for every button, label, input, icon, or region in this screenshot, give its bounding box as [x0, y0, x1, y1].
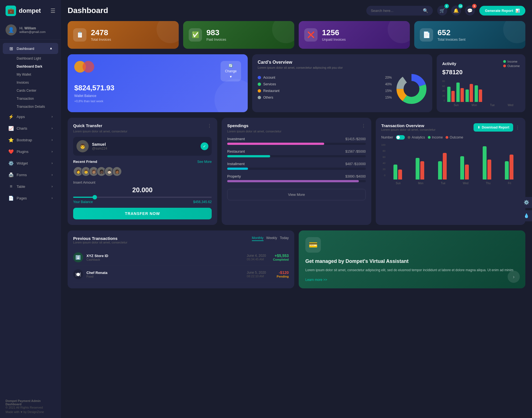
big-label-tue: Tue	[441, 182, 446, 185]
change-button[interactable]: 🔄 Change ▼	[221, 61, 241, 81]
sub-item-transaction-details[interactable]: Transaction Details	[14, 103, 61, 111]
view-more-label: View More	[288, 193, 305, 197]
right-panel-theme-button[interactable]: 💧	[521, 210, 532, 221]
sidebar-item-apps[interactable]: ⚡ Apps ›	[3, 111, 58, 122]
balance-row: Your Balance $456,345.62	[73, 200, 212, 204]
sub-item-transaction[interactable]: Transaction	[14, 95, 61, 102]
bar-chart	[447, 80, 520, 102]
spendings-menu-icon[interactable]: ⋮	[361, 123, 366, 129]
table-icon: ≡	[8, 184, 14, 189]
va-description: Lorem ipsum dolor sit amet, consectetur …	[305, 268, 519, 273]
spending-restaurant-amount: $1567 /$5000	[346, 150, 366, 153]
sub-item-invoices[interactable]: Invoices	[14, 79, 61, 86]
activity-amount: $78120	[442, 69, 520, 76]
sidebar-logo-area: 💼 dompet ☰	[0, 0, 61, 20]
amount-slider[interactable]	[73, 197, 212, 198]
account-label: Account	[263, 76, 275, 80]
va-learn-more-link[interactable]: Learn more >>	[305, 278, 519, 282]
toggle-knob	[397, 136, 400, 139]
trans-time-2: 08:22:10 AM	[247, 275, 266, 278]
sidebar-item-widget[interactable]: ⚙️ Widget ›	[3, 158, 58, 169]
cart-icon-badge[interactable]: 🛒 2	[437, 6, 447, 16]
label-wed: Wed	[508, 104, 513, 107]
bell-icon-badge[interactable]: 🔔 12	[451, 6, 461, 16]
plugins-icon: ❤️	[8, 149, 14, 154]
chevron-right-icon-plugins: ›	[52, 150, 53, 153]
sub-item-light[interactable]: Dashboard Light	[14, 55, 61, 62]
transfer-user-info: Samuel @sum224	[92, 142, 107, 150]
message-icon-badge[interactable]: 💬 5	[465, 6, 475, 16]
user-info: Hi, William william@gmail.com	[19, 26, 45, 34]
spending-installment-amount: $487 /$10000	[346, 162, 366, 166]
bottom-row: Quick Transfer ⋮ Lorem ipsum dolor sit a…	[68, 118, 525, 225]
spending-installment: Installment $487 /$10000	[227, 162, 366, 170]
sidebar-item-bootstrap[interactable]: ⭐ Bootstrap ›	[3, 134, 58, 145]
qt-subtitle: Lorem ipsum dolor sit amet, consectetur	[73, 130, 212, 133]
sidebar-item-pages[interactable]: 📄 Pages ›	[3, 193, 58, 204]
view-more-button[interactable]: View More	[227, 189, 366, 200]
sub-item-wallet[interactable]: My Wallet	[14, 71, 61, 78]
activity-title: Activity	[442, 61, 456, 66]
sidebar-item-label-forms: Forms	[17, 173, 27, 177]
tab-monthly[interactable]: Monthly	[252, 236, 264, 241]
see-more-link[interactable]: See More	[197, 160, 212, 164]
forms-icon: 🖨️	[8, 172, 14, 178]
trans-type-2: Food	[86, 275, 244, 278]
chevron-right-icon-table: ›	[52, 184, 53, 188]
tab-today[interactable]: Today	[280, 236, 289, 241]
cards-overview-panel: Card's Overview Lorem ipsum dolor sit am…	[252, 54, 432, 112]
bar-group-wed	[475, 85, 482, 102]
big-group-wed	[454, 156, 475, 179]
user-section: 👤 Hi, William william@gmail.com	[0, 20, 61, 40]
trans-icon-2: 🍽️	[73, 269, 83, 279]
sidebar-item-plugins[interactable]: ❤️ Plugins ›	[3, 146, 58, 157]
right-panel-settings-button[interactable]: ⚙️	[521, 197, 532, 208]
stat-card-paid: ✅ 983 Paid Invoices	[183, 21, 294, 49]
hamburger-icon[interactable]: ☰	[50, 7, 55, 14]
search-box[interactable]: 🔍	[366, 6, 433, 16]
recent-label: Recent Friend	[73, 160, 97, 164]
analytics-filter: Analytics	[408, 135, 425, 139]
search-input[interactable]	[371, 9, 421, 13]
trans-menu-icon[interactable]: ⋮	[515, 125, 520, 130]
overview-subtitle: Lorem ipsum dolor sit amet, consectetur …	[258, 66, 427, 69]
analytics-label: Analytics	[412, 135, 425, 139]
sidebar-item-forms[interactable]: 🖨️ Forms ›	[3, 169, 58, 180]
sub-item-dark[interactable]: Dashboard Dark	[14, 63, 61, 70]
income-filter: Income	[428, 135, 443, 139]
trans-info-1: XYZ Store ID Cashback	[86, 254, 244, 261]
quick-transfer-panel: Quick Transfer ⋮ Lorem ipsum dolor sit a…	[68, 118, 217, 225]
sidebar: 💼 dompet ☰ 👤 Hi, William william@gmail.c…	[0, 0, 61, 418]
download-report-button[interactable]: ⬇ Download Report	[474, 123, 513, 132]
tab-weekly[interactable]: Weekly	[266, 236, 277, 241]
analytics-toggle[interactable]	[396, 135, 405, 140]
big-outcome-mon	[420, 161, 424, 179]
sub-item-cards[interactable]: Cards Center	[14, 87, 61, 94]
bar-group-mon	[456, 83, 464, 102]
trans-filters: Number Analytics Income Outcome	[381, 135, 520, 140]
bottom-section: Previous Transactions Lorem ipsum dolor …	[68, 230, 525, 288]
spending-installment-name: Installment	[227, 162, 245, 166]
transfer-now-button[interactable]: TRANSFER NOW	[73, 208, 212, 219]
friend-6[interactable]: 👩🏾	[112, 166, 122, 176]
label-mon: Mon	[472, 104, 477, 107]
transaction-overview-panel: Transaction Overview Lorem ipsum dolor s…	[376, 118, 525, 225]
spending-property-bar	[227, 180, 359, 182]
restaurant-percent: 15%	[385, 89, 392, 93]
trans-name-1: XYZ Store ID	[86, 254, 244, 258]
sidebar-item-charts[interactable]: 📈 Charts ›	[3, 123, 58, 134]
quick-transfer-menu-icon[interactable]: ⋮	[207, 123, 212, 129]
refresh-icon: 🔄	[229, 64, 233, 68]
sidebar-item-dashboard[interactable]: ⊞ Dashboard ▼	[3, 43, 58, 54]
spending-restaurant: Restaurant $1567 /$5000	[227, 149, 366, 157]
footer-by: by DesignZone	[24, 410, 44, 414]
trans-name-2: Chef Renata	[86, 271, 244, 275]
trans-chart-container: 100 80 60 40 20 0	[381, 143, 520, 185]
generate-report-button[interactable]: Generate Report 📊	[479, 6, 525, 16]
sidebar-item-table[interactable]: ≡ Table ›	[3, 181, 58, 192]
spending-investment-bar	[227, 143, 324, 145]
greeting-hi: Hi, William	[19, 26, 45, 30]
trans-chart-area: Sun Mon Tue Wed Thu Fri	[387, 143, 520, 185]
va-arrow-icon[interactable]: ›	[508, 271, 520, 283]
user-email: william@gmail.com	[19, 30, 45, 34]
